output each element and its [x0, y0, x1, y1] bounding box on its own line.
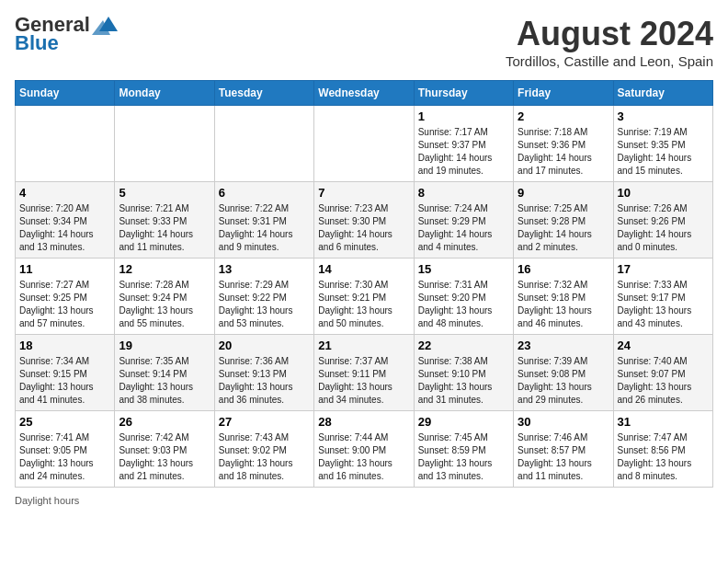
day-header-monday: Monday [115, 81, 214, 106]
calendar-cell: 31Sunrise: 7:47 AM Sunset: 8:56 PM Dayli… [613, 411, 712, 488]
day-number: 6 [219, 186, 310, 200]
calendar-cell: 12Sunrise: 7:28 AM Sunset: 9:24 PM Dayli… [115, 259, 214, 335]
days-header-row: SundayMondayTuesdayWednesdayThursdayFrid… [16, 81, 713, 106]
day-number: 18 [19, 339, 110, 352]
day-info: Sunrise: 7:30 AM Sunset: 9:21 PM Dayligh… [318, 279, 409, 330]
month-title: August 2024 [506, 15, 713, 53]
calendar-cell: 15Sunrise: 7:31 AM Sunset: 9:20 PM Dayli… [414, 259, 513, 335]
day-info: Sunrise: 7:18 AM Sunset: 9:36 PM Dayligh… [518, 126, 609, 178]
calendar-cell: 19Sunrise: 7:35 AM Sunset: 9:14 PM Dayli… [115, 335, 214, 411]
day-number: 15 [418, 262, 509, 276]
day-number: 31 [618, 415, 709, 429]
calendar-cell [16, 106, 115, 182]
day-info: Sunrise: 7:44 AM Sunset: 9:00 PM Dayligh… [318, 431, 409, 483]
day-number: 23 [518, 339, 609, 352]
calendar-cell: 22Sunrise: 7:38 AM Sunset: 9:10 PM Dayli… [414, 335, 513, 411]
day-number: 29 [418, 415, 509, 429]
day-info: Sunrise: 7:21 AM Sunset: 9:33 PM Dayligh… [119, 202, 210, 254]
day-number: 12 [119, 262, 210, 276]
day-info: Sunrise: 7:39 AM Sunset: 9:08 PM Dayligh… [518, 355, 609, 407]
location-title: Tordillos, Castille and Leon, Spain [506, 53, 713, 69]
calendar-cell: 18Sunrise: 7:34 AM Sunset: 9:15 PM Dayli… [16, 335, 115, 411]
day-info: Sunrise: 7:33 AM Sunset: 9:17 PM Dayligh… [618, 279, 709, 330]
day-number: 19 [119, 339, 210, 352]
calendar-table: SundayMondayTuesdayWednesdayThursdayFrid… [15, 80, 713, 488]
week-row-1: 1Sunrise: 7:17 AM Sunset: 9:37 PM Daylig… [16, 106, 713, 182]
day-number: 21 [318, 339, 409, 352]
day-number: 10 [618, 186, 709, 200]
day-number: 26 [119, 415, 210, 429]
day-number: 4 [19, 186, 110, 200]
day-info: Sunrise: 7:34 AM Sunset: 9:15 PM Dayligh… [19, 355, 110, 407]
title-block: August 2024 Tordillos, Castille and Leon… [506, 15, 713, 69]
calendar-cell: 10Sunrise: 7:26 AM Sunset: 9:26 PM Dayli… [613, 182, 712, 259]
day-info: Sunrise: 7:29 AM Sunset: 9:22 PM Dayligh… [219, 279, 310, 330]
calendar-cell [115, 106, 214, 182]
day-number: 7 [318, 186, 409, 200]
calendar-cell: 20Sunrise: 7:36 AM Sunset: 9:13 PM Dayli… [214, 335, 313, 411]
calendar-cell: 9Sunrise: 7:25 AM Sunset: 9:28 PM Daylig… [514, 182, 613, 259]
day-number: 13 [219, 262, 310, 276]
footer-note: Daylight hours [15, 495, 713, 506]
day-info: Sunrise: 7:25 AM Sunset: 9:28 PM Dayligh… [518, 202, 609, 254]
day-number: 14 [318, 262, 409, 276]
week-row-4: 18Sunrise: 7:34 AM Sunset: 9:15 PM Dayli… [16, 335, 713, 411]
day-number: 3 [618, 109, 709, 123]
day-info: Sunrise: 7:17 AM Sunset: 9:37 PM Dayligh… [418, 126, 509, 178]
week-row-5: 25Sunrise: 7:41 AM Sunset: 9:05 PM Dayli… [16, 411, 713, 488]
day-header-thursday: Thursday [414, 81, 513, 106]
calendar-cell: 16Sunrise: 7:32 AM Sunset: 9:18 PM Dayli… [514, 259, 613, 335]
day-number: 1 [418, 109, 509, 123]
calendar-cell: 14Sunrise: 7:30 AM Sunset: 9:21 PM Dayli… [314, 259, 414, 335]
day-number: 24 [618, 339, 709, 352]
day-info: Sunrise: 7:40 AM Sunset: 9:07 PM Dayligh… [618, 355, 709, 407]
calendar-cell: 5Sunrise: 7:21 AM Sunset: 9:33 PM Daylig… [115, 182, 214, 259]
day-info: Sunrise: 7:32 AM Sunset: 9:18 PM Dayligh… [518, 279, 609, 330]
day-info: Sunrise: 7:46 AM Sunset: 8:57 PM Dayligh… [518, 431, 609, 483]
header: General Blue August 2024 Tordillos, Cast… [15, 15, 713, 69]
day-info: Sunrise: 7:22 AM Sunset: 9:31 PM Dayligh… [219, 202, 310, 254]
calendar-cell: 17Sunrise: 7:33 AM Sunset: 9:17 PM Dayli… [613, 259, 712, 335]
day-number: 22 [418, 339, 509, 352]
calendar-cell: 13Sunrise: 7:29 AM Sunset: 9:22 PM Dayli… [214, 259, 313, 335]
day-info: Sunrise: 7:24 AM Sunset: 9:29 PM Dayligh… [418, 202, 509, 254]
day-number: 11 [19, 262, 110, 276]
calendar-cell [214, 106, 313, 182]
week-row-2: 4Sunrise: 7:20 AM Sunset: 9:34 PM Daylig… [16, 182, 713, 259]
day-number: 9 [518, 186, 609, 200]
calendar-cell: 24Sunrise: 7:40 AM Sunset: 9:07 PM Dayli… [613, 335, 712, 411]
day-number: 28 [318, 415, 409, 429]
day-number: 20 [219, 339, 310, 352]
day-number: 30 [518, 415, 609, 429]
logo: General Blue [15, 15, 118, 53]
day-info: Sunrise: 7:47 AM Sunset: 8:56 PM Dayligh… [618, 431, 709, 483]
calendar-cell: 27Sunrise: 7:43 AM Sunset: 9:02 PM Dayli… [214, 411, 313, 488]
calendar-cell: 8Sunrise: 7:24 AM Sunset: 9:29 PM Daylig… [414, 182, 513, 259]
day-info: Sunrise: 7:42 AM Sunset: 9:03 PM Dayligh… [119, 431, 210, 483]
calendar-cell: 6Sunrise: 7:22 AM Sunset: 9:31 PM Daylig… [214, 182, 313, 259]
calendar-cell: 7Sunrise: 7:23 AM Sunset: 9:30 PM Daylig… [314, 182, 414, 259]
calendar-cell: 11Sunrise: 7:27 AM Sunset: 9:25 PM Dayli… [16, 259, 115, 335]
day-header-sunday: Sunday [16, 81, 115, 106]
day-number: 25 [19, 415, 110, 429]
day-info: Sunrise: 7:31 AM Sunset: 9:20 PM Dayligh… [418, 279, 509, 330]
calendar-cell: 1Sunrise: 7:17 AM Sunset: 9:37 PM Daylig… [414, 106, 513, 182]
calendar-cell: 2Sunrise: 7:18 AM Sunset: 9:36 PM Daylig… [514, 106, 613, 182]
day-number: 2 [518, 109, 609, 123]
calendar-cell: 30Sunrise: 7:46 AM Sunset: 8:57 PM Dayli… [514, 411, 613, 488]
day-info: Sunrise: 7:45 AM Sunset: 8:59 PM Dayligh… [418, 431, 509, 483]
logo-icon [92, 15, 118, 35]
day-info: Sunrise: 7:37 AM Sunset: 9:11 PM Dayligh… [318, 355, 409, 407]
day-number: 27 [219, 415, 310, 429]
day-info: Sunrise: 7:27 AM Sunset: 9:25 PM Dayligh… [19, 279, 110, 330]
day-info: Sunrise: 7:41 AM Sunset: 9:05 PM Dayligh… [19, 431, 110, 483]
calendar-cell: 25Sunrise: 7:41 AM Sunset: 9:05 PM Dayli… [16, 411, 115, 488]
calendar-cell: 26Sunrise: 7:42 AM Sunset: 9:03 PM Dayli… [115, 411, 214, 488]
calendar-cell: 4Sunrise: 7:20 AM Sunset: 9:34 PM Daylig… [16, 182, 115, 259]
calendar-cell: 23Sunrise: 7:39 AM Sunset: 9:08 PM Dayli… [514, 335, 613, 411]
day-header-wednesday: Wednesday [314, 81, 414, 106]
day-info: Sunrise: 7:36 AM Sunset: 9:13 PM Dayligh… [219, 355, 310, 407]
day-info: Sunrise: 7:23 AM Sunset: 9:30 PM Dayligh… [318, 202, 409, 254]
day-header-saturday: Saturday [613, 81, 712, 106]
day-info: Sunrise: 7:43 AM Sunset: 9:02 PM Dayligh… [219, 431, 310, 483]
